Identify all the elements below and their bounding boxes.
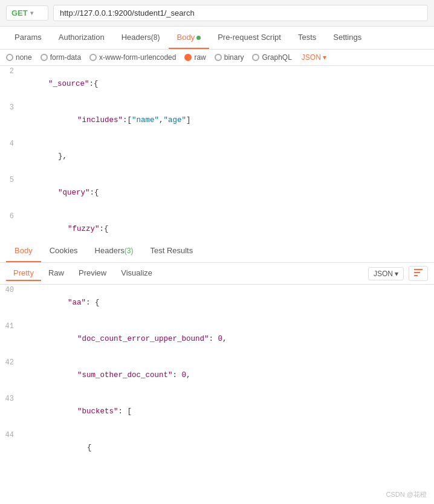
- code-line-5: 5 "query":{: [0, 175, 434, 211]
- radio-binary-icon: [215, 54, 222, 61]
- sort-icon[interactable]: [409, 266, 428, 281]
- response-tab-cookies[interactable]: Cookies: [41, 240, 86, 262]
- method-chevron-icon: ▾: [30, 10, 33, 16]
- format-preview[interactable]: Preview: [71, 266, 114, 281]
- format-visualize[interactable]: Visualize: [114, 266, 160, 281]
- resp-line-43: 43 "buckets": [: [0, 393, 434, 430]
- tab-authorization[interactable]: Authorization: [50, 27, 113, 49]
- radio-binary[interactable]: binary: [215, 53, 244, 62]
- tab-settings[interactable]: Settings: [325, 27, 370, 49]
- radio-none[interactable]: none: [6, 53, 32, 62]
- resp-line-41: 41 "doc_count_error_upper_bound": 0,: [0, 321, 434, 357]
- resp-line-44: 44 {: [0, 430, 434, 460]
- response-code-editor[interactable]: 40 "aa": { 41 "doc_count_error_upper_bou…: [0, 285, 434, 460]
- response-tab-testresults[interactable]: Test Results: [141, 240, 201, 262]
- tab-body[interactable]: Body: [169, 27, 210, 49]
- resp-line-40: 40 "aa": {: [0, 285, 434, 321]
- radio-none-icon: [6, 54, 13, 61]
- watermark: CSDN @花橙: [386, 490, 427, 499]
- code-line-3: 3 "includes":["name","age"]: [0, 102, 434, 138]
- format-pretty[interactable]: Pretty: [6, 266, 41, 281]
- radio-urlencoded[interactable]: x-www-form-urlencoded: [89, 53, 176, 62]
- tab-params[interactable]: Params: [6, 27, 50, 49]
- code-line-6: 6 "fuzzy":{: [0, 211, 434, 240]
- response-tab-body[interactable]: Body: [6, 240, 41, 262]
- radio-urlencoded-icon: [89, 54, 97, 61]
- method-selector[interactable]: GET ▾: [6, 5, 48, 21]
- resp-line-42: 42 "sum_other_doc_count": 0,: [0, 357, 434, 393]
- body-dot: [196, 36, 201, 40]
- code-line-2: 2 "_source":{: [0, 66, 434, 102]
- tab-tests[interactable]: Tests: [290, 27, 325, 49]
- tab-headers[interactable]: Headers(8): [113, 27, 169, 49]
- response-json-dropdown[interactable]: JSON ▾: [368, 267, 404, 280]
- radio-raw-icon: [184, 54, 192, 61]
- tab-prerequest[interactable]: Pre-request Script: [209, 27, 290, 49]
- response-tabs: Body Cookies Headers(3) Test Results: [0, 240, 434, 263]
- body-type-bar: none form-data x-www-form-urlencoded raw…: [0, 50, 434, 66]
- json-format-dropdown[interactable]: JSON ▾: [302, 53, 326, 62]
- format-bar: Pretty Raw Preview Visualize JSON ▾: [0, 263, 434, 285]
- radio-raw[interactable]: raw: [184, 53, 206, 62]
- url-input[interactable]: [53, 5, 428, 21]
- request-code-editor[interactable]: 2 "_source":{ 3 "includes":["name","age"…: [0, 66, 434, 240]
- request-tabs: Params Authorization Headers(8) Body Pre…: [0, 27, 434, 50]
- radio-formdata[interactable]: form-data: [40, 53, 81, 62]
- format-raw[interactable]: Raw: [41, 266, 71, 281]
- url-bar: GET ▾: [0, 0, 434, 27]
- method-label: GET: [11, 8, 28, 18]
- response-tab-headers[interactable]: Headers(3): [86, 240, 142, 262]
- radio-graphql[interactable]: GraphQL: [252, 53, 291, 62]
- radio-formdata-icon: [40, 54, 48, 61]
- radio-graphql-icon: [252, 54, 259, 61]
- code-line-4: 4 },: [0, 138, 434, 175]
